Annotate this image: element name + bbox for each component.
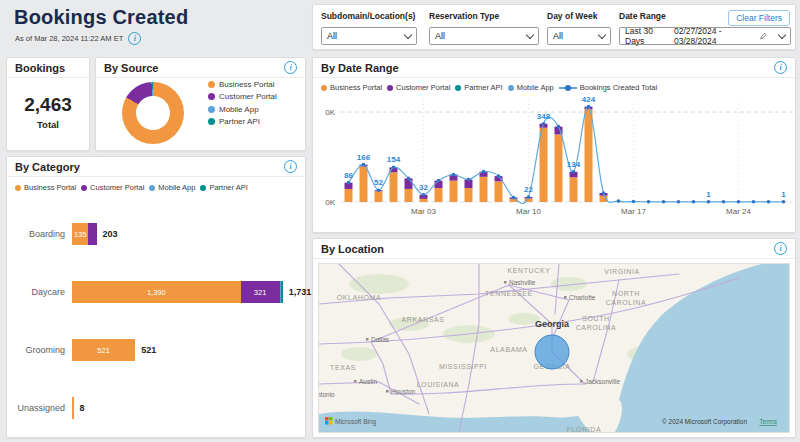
legend-dot [15,185,21,191]
svg-text:Mar 17: Mar 17 [621,207,646,216]
info-icon[interactable]: i [284,160,297,173]
filter-bar: Subdomain/Location(s) Reservation Type D… [312,4,796,50]
legend-dot [208,93,215,100]
category-bar-chart[interactable]: Boarding135203Daycare1,3903211,731Groomi… [7,205,305,437]
chevron-down-icon [526,30,534,38]
category-label: Daycare [7,287,72,297]
legend-label: Business Portal [330,83,382,92]
legend-label: Partner API [219,117,260,126]
bookings-card: Bookings 2,463 Total [6,57,90,151]
map-state-label: OKLAHOMA [337,294,381,301]
date-range-combo-chart[interactable]: Mar 03Mar 10Mar 17Mar 240K0K861665215432… [313,92,797,230]
bar-total-label: 203 [103,229,118,239]
bar-segment[interactable]: 135 [72,223,88,245]
legend-item[interactable]: Customer Portal [387,83,450,92]
category-row: Unassigned8 [7,379,305,437]
legend-item[interactable]: Partner API [208,117,277,126]
category-bar[interactable]: 135203 [72,223,118,245]
category-bar[interactable]: 8 [72,397,85,419]
clear-filters-button[interactable]: Clear Filters [728,10,790,26]
chevron-down-icon [778,30,786,38]
bar-total-label: 1,731 [289,287,312,297]
legend-label: Business Portal [24,183,76,192]
by-category-card: By Category i Business PortalCustomer Po… [6,156,306,438]
legend-label: Mobile App [219,105,259,114]
bing-logo[interactable]: Microsoft Bing [335,418,377,426]
map-state-label: ARKANSAS [402,316,445,323]
legend-item[interactable]: Business Portal [208,80,277,89]
date-range-dropdown[interactable]: Last 30 Days 02/27/2024 - 03/28/2024 [619,27,791,45]
legend-item[interactable]: Business Portal [15,183,76,192]
by-source-card: By Source i Business PortalCustomer Port… [95,57,306,151]
map-state-label: KENTUCKY [508,267,551,274]
legend-item[interactable]: Partner API [455,83,502,92]
bar-segment[interactable]: 321 [241,281,280,303]
by-location-title: By Location [321,243,384,255]
legend-item[interactable]: Mobile App [208,105,277,114]
map-attribution: © 2024 Microsoft Corporation [662,418,747,426]
donut-hole [136,96,170,130]
category-bar[interactable]: 1,3903211,731 [72,281,311,303]
legend-label: Bookings Created Total [580,83,657,92]
legend-item[interactable]: Mobile App [149,183,195,192]
legend-label: Mobile App [517,83,554,92]
info-icon[interactable]: i [128,32,141,45]
legend-item-total-line[interactable]: Bookings Created Total [559,83,657,92]
svg-text:22: 22 [524,185,533,194]
bar-segment[interactable] [281,281,283,303]
map-canvas[interactable]: OKLAHOMAARKANSASTENNESSEEKENTUCKYVIRGINI… [319,264,789,432]
legend-label: Partner API [209,183,247,192]
legend-item[interactable]: Mobile App [508,83,554,92]
as-of-subtitle: As of Mar 28, 2024 11:22 AM ET i [15,32,141,45]
info-icon[interactable]: i [774,242,787,255]
map-city-label: ntonio [319,391,335,398]
filter-label-day-of-week: Day of Week [547,11,597,21]
source-donut-chart[interactable] [122,82,184,144]
day-of-week-dropdown[interactable]: All [547,27,611,45]
map-state-label: ALABAMA [490,346,527,353]
location-map[interactable]: OKLAHOMAARKANSASTENNESSEEKENTUCKYVIRGINI… [318,263,790,433]
map-state-label: CAROLINA [606,299,647,306]
georgia-bubble[interactable] [535,335,569,369]
bar-segment[interactable]: 521 [72,339,135,361]
legend-item[interactable]: Customer Portal [208,92,277,101]
source-legend: Business PortalCustomer PortalMobile App… [208,76,277,130]
legend-dot [208,81,215,88]
map-city-label: Charlotte [569,294,596,301]
bar-total-label: 8 [80,403,85,413]
category-label: Boarding [7,229,72,239]
bar-total-label: 521 [141,345,156,355]
category-label: Unassigned [7,403,72,413]
legend-label: Partner API [464,83,502,92]
reservation-type-dropdown[interactable]: All [429,27,539,45]
date-range-preset: Last 30 Days [625,26,668,46]
svg-text:1: 1 [781,190,786,199]
legend-dot [387,85,393,91]
legend-item[interactable]: Business Portal [321,83,382,92]
legend-item[interactable]: Customer Portal [81,183,144,192]
legend-dot [200,185,206,191]
day-of-week-value: All [553,31,563,41]
date-range-legend: Business PortalCustomer PortalPartner AP… [313,78,795,92]
legend-dot [321,85,327,91]
filter-label-reservation-type: Reservation Type [429,11,499,21]
map-state-label: CAROLINA [576,324,617,331]
subdomain-dropdown[interactable]: All [321,27,417,45]
terms-link[interactable]: Terms [759,418,777,425]
map-state-label: FLORIDA [567,426,602,432]
bar-segment[interactable]: 1,390 [72,281,241,303]
svg-text:86: 86 [344,171,353,180]
info-icon[interactable]: i [774,61,787,74]
info-icon[interactable]: i [284,61,297,74]
bar-segment[interactable] [72,397,74,419]
reservation-type-value: All [435,31,445,41]
filter-label-subdomain: Subdomain/Location(s) [321,11,415,21]
category-bar[interactable]: 521521 [72,339,156,361]
legend-item[interactable]: Partner API [200,183,247,192]
pencil-icon[interactable] [760,32,767,40]
legend-dot [455,85,461,91]
bar-segment[interactable] [88,223,96,245]
map-state-label: SOUTH [582,315,610,322]
svg-text:154: 154 [387,155,401,164]
svg-text:Mar 03: Mar 03 [411,207,436,216]
